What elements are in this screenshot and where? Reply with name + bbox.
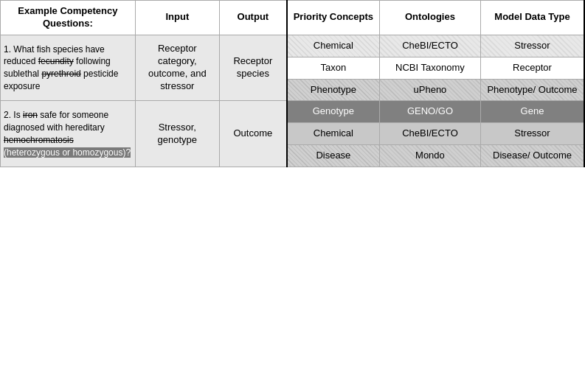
q1-model-phenotype-outcome: Phenotype/ Outcome bbox=[480, 79, 584, 101]
q2-model-disease-outcome: Disease/ Outcome bbox=[480, 145, 584, 167]
header-ontologies: Ontologies bbox=[379, 1, 480, 35]
q1-output: Receptor species bbox=[219, 35, 286, 101]
q1-ontology-upheno: uPheno bbox=[379, 79, 480, 101]
q2-output: Outcome bbox=[219, 101, 286, 167]
q1-ontology-chebi: CheBI/ECTO bbox=[379, 35, 480, 57]
q1-concept-chemical: Chemical bbox=[287, 35, 380, 57]
q2-input: Stressor, genotype bbox=[135, 101, 219, 167]
q1-question: 1. What fish species have reduced fecund… bbox=[1, 35, 136, 101]
q2-ontology-chebi: CheBI/ECTO bbox=[379, 123, 480, 145]
q2-concept-chemical: Chemical bbox=[287, 123, 380, 145]
q1-model-receptor: Receptor bbox=[480, 57, 584, 79]
q2-concept-disease: Disease bbox=[287, 145, 380, 167]
q1-concept-phenotype: Phenotype bbox=[287, 79, 380, 101]
header-questions: Example Competency Questions: bbox=[1, 1, 136, 35]
q1-ontology-ncbi: NCBI Taxonomy bbox=[379, 57, 480, 79]
q2-model-stressor: Stressor bbox=[480, 123, 584, 145]
q2-question: 2. Is iron safe for someone diagnosed wi… bbox=[1, 101, 136, 167]
q1-model-stressor: Stressor bbox=[480, 35, 584, 57]
q2-concept-genotype: Genotype bbox=[287, 101, 380, 123]
q2-ontology-geno: GENO/GO bbox=[379, 101, 480, 123]
q2-model-gene: Gene bbox=[480, 101, 584, 123]
header-output: Output bbox=[219, 1, 286, 35]
header-model-data-type: Model Data Type bbox=[480, 1, 584, 35]
header-input: Input bbox=[135, 1, 219, 35]
q1-concept-taxon: Taxon bbox=[287, 57, 380, 79]
q2-ontology-mondo: Mondo bbox=[379, 145, 480, 167]
q1-input: Receptor category, outcome, and stressor bbox=[135, 35, 219, 101]
header-priority-concepts: Priority Concepts bbox=[287, 1, 380, 35]
